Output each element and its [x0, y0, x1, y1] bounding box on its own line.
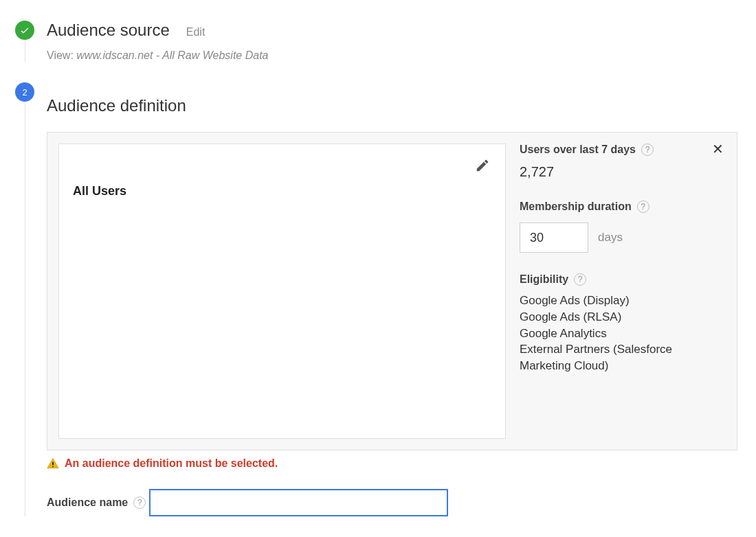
users-label-text: Users over last 7 days [520, 144, 636, 156]
error-message: An audience definition must be selected. [65, 457, 278, 470]
help-icon[interactable]: ? [641, 144, 654, 156]
users-count: 2,727 [520, 164, 722, 180]
step-connector-line [25, 40, 25, 62]
view-line: View: www.idscan.net - All Raw Website D… [47, 49, 756, 62]
view-prefix: View: [47, 49, 76, 61]
close-icon: ✕ [712, 141, 724, 157]
step-connector-line [25, 102, 25, 516]
edit-button[interactable]: Edit [186, 26, 205, 38]
audience-name-label-text: Audience name [47, 496, 128, 509]
close-sidebar-button[interactable]: ✕ [712, 142, 726, 156]
definition-panel: All Users ✕ Users over last 7 days ? 2,7… [47, 132, 737, 450]
definition-canvas: All Users [58, 144, 506, 439]
eligibility-label-text: Eligibility [520, 273, 568, 286]
duration-suffix: days [598, 231, 623, 244]
edit-definition-button[interactable] [475, 158, 491, 174]
definition-sidebar: ✕ Users over last 7 days ? 2,727 Members… [520, 144, 726, 439]
eligibility-item: Google Ads (Display) [520, 293, 722, 309]
eligibility-item: Google Ads (RLSA) [520, 309, 722, 325]
view-value: www.idscan.net - All Raw Website Data [76, 49, 268, 61]
checkmark-icon [15, 21, 34, 40]
audience-name-input[interactable] [149, 489, 448, 516]
svg-rect-1 [52, 466, 54, 468]
eligibility-item: External Partners (Salesforce Marketing … [520, 341, 722, 374]
membership-label-text: Membership duration [520, 201, 632, 213]
audience-name-label: Audience name ? [47, 496, 146, 509]
step-audience-definition: 2 Audience definition All Users ✕ Users … [0, 62, 756, 516]
membership-label: Membership duration ? [520, 201, 649, 213]
step-audience-source: Audience source Edit View: www.idscan.ne… [0, 0, 756, 62]
error-row: An audience definition must be selected. [47, 457, 756, 470]
warning-icon [47, 457, 59, 470]
svg-rect-0 [52, 462, 54, 466]
step-number: 2 [22, 87, 27, 98]
eligibility-label: Eligibility ? [520, 273, 586, 286]
membership-duration-input[interactable] [520, 222, 588, 253]
step-number-badge: 2 [15, 82, 34, 102]
help-icon[interactable]: ? [637, 201, 649, 213]
step1-title: Audience source [47, 21, 170, 40]
help-icon[interactable]: ? [574, 273, 586, 286]
eligibility-item: Google Analytics [520, 325, 722, 342]
users-label: Users over last 7 days ? [520, 144, 654, 156]
definition-left-title: All Users [73, 184, 491, 198]
pencil-icon [475, 158, 490, 173]
eligibility-list: Google Ads (Display) Google Ads (RLSA) G… [520, 293, 722, 374]
audience-name-section: Audience name ? [47, 481, 756, 516]
step2-title: Audience definition [47, 96, 756, 115]
help-icon[interactable]: ? [133, 496, 146, 509]
